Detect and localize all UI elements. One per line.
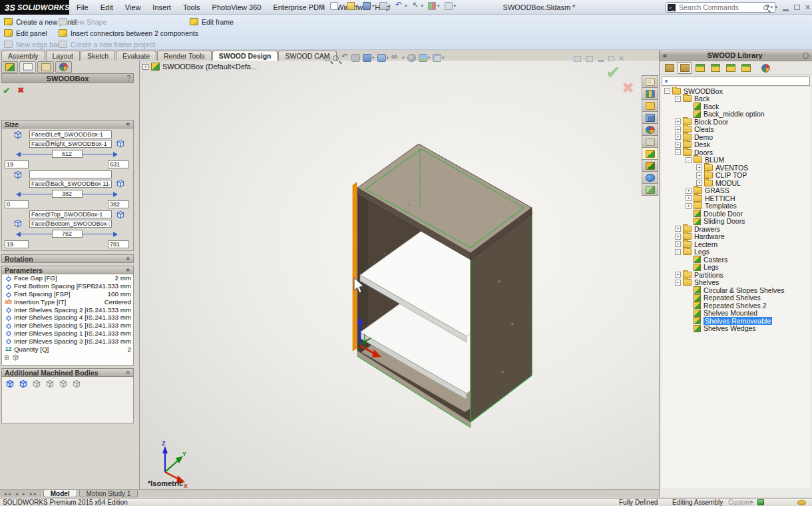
restore-button[interactable] — [794, 5, 800, 10]
tree-item-repeated-shelves-2[interactable]: Repeated Shelves 2 — [662, 302, 810, 310]
taskpane-tab-file-explorer[interactable] — [642, 99, 658, 112]
headsup-hide-show-items-icon[interactable]: ▾ — [391, 54, 405, 62]
library-panel-3-icon[interactable] — [723, 62, 737, 74]
help-caret-icon[interactable]: ▾ — [775, 5, 777, 10]
pin-icon[interactable] — [801, 51, 810, 60]
menu-insert[interactable]: Insert — [146, 3, 177, 11]
minimize-button[interactable] — [783, 9, 789, 11]
expand-icon[interactable]: + — [696, 172, 702, 178]
tab-model[interactable]: Model — [43, 490, 77, 497]
machined-body-cube-icon[interactable] — [71, 379, 82, 389]
tab-swood-design[interactable]: SWOOD Design — [212, 51, 278, 61]
library-materials-icon[interactable] — [759, 62, 773, 74]
menu-tools[interactable]: Tools — [177, 3, 206, 11]
expand-icon[interactable]: + — [686, 188, 692, 194]
tree-item-shelves[interactable]: −Shelves — [662, 279, 810, 287]
tree-item-repeated-shelves[interactable]: Repeated Shelves — [662, 294, 810, 302]
collapse-icon[interactable]: − — [675, 249, 681, 255]
tree-item-legs[interactable]: −Legs — [662, 248, 810, 256]
section-machined-header[interactable]: Additional Machined Bodies « — [1, 368, 134, 377]
headsup-edit-appearance-icon[interactable] — [407, 54, 416, 62]
parameter-row[interactable]: First Bottom Spacing [FSPB]241.333 mm — [2, 282, 133, 290]
face-reference-field[interactable] — [29, 170, 112, 178]
parameter-row[interactable]: Inter Shelves Spacing 2 [IS...241.333 mm — [2, 306, 133, 314]
confirm-ok-icon[interactable]: ✔ — [606, 62, 621, 83]
max-value[interactable] — [108, 200, 129, 208]
dimension-value[interactable] — [52, 230, 83, 238]
max-value[interactable] — [108, 160, 129, 168]
viewport-minimize-button[interactable] — [598, 60, 604, 62]
menu-edit[interactable]: Edit — [95, 3, 119, 11]
expand-icon[interactable]: + — [696, 180, 702, 186]
parameter-row[interactable]: 12Quantity [Q]2 — [2, 345, 133, 353]
menu-file[interactable]: File — [71, 3, 95, 11]
swood-tool-insert-connectors-between-2-components[interactable]: Insert connectors between 2 components — [59, 27, 198, 39]
tab-display-pane[interactable] — [55, 61, 72, 73]
expand-icon[interactable]: + — [675, 119, 681, 125]
add-parameter-row[interactable]: ⊞ — [2, 353, 133, 362]
expand-icon[interactable]: + — [686, 203, 692, 209]
confirm-cancel-icon[interactable]: ✖ — [622, 79, 634, 97]
expand-icon[interactable]: + — [675, 241, 681, 247]
machined-body-cube-icon[interactable] — [31, 379, 42, 389]
close-button[interactable]: × — [805, 3, 810, 12]
ok-button[interactable]: ✔ — [3, 85, 11, 96]
tab-sketch[interactable]: Sketch — [81, 51, 115, 61]
toolbar-open-icon[interactable]: ▾ — [347, 2, 359, 10]
parameter-row[interactable]: Inter Shleves Spacing 3 [IS...241.333 mm — [2, 337, 133, 345]
parameter-row[interactable]: abInsertion Type [IT]Centered — [2, 298, 133, 306]
tree-item-back[interactable]: Back — [662, 103, 810, 111]
face-reference-field[interactable] — [29, 140, 112, 148]
collapse-icon[interactable]: − — [664, 88, 670, 94]
toolbar-new-icon[interactable]: ▾ — [330, 2, 342, 10]
parameter-row[interactable]: Inter Shelves Spacing 4 [IS...241.333 mm — [2, 314, 133, 322]
expand-icon[interactable]: + — [675, 134, 681, 140]
tree-item-doors[interactable]: −Doors — [662, 148, 810, 156]
expand-icon[interactable]: + — [686, 195, 692, 201]
expand-icon[interactable]: + — [675, 142, 681, 148]
headsup-apply-scene-icon[interactable]: ▾ — [419, 54, 431, 62]
taskpane-tab-view-palette[interactable] — [642, 111, 658, 124]
tree-item-shelves-removeable[interactable]: Shelves Removeable — [662, 317, 810, 325]
toolbar-print-icon[interactable]: ▾ — [379, 2, 391, 10]
headsup-previous-view-icon[interactable] — [341, 54, 349, 62]
min-value[interactable] — [5, 200, 29, 208]
toolbar-select-icon[interactable]: ▾ — [412, 2, 424, 10]
expand-icon[interactable]: + — [675, 272, 681, 278]
plus-box-icon[interactable]: ⊞ — [4, 354, 9, 361]
tab-motion-study[interactable]: Motion Study 1 — [79, 490, 138, 497]
tree-item-back[interactable]: −Back — [662, 95, 810, 103]
tab-layout[interactable]: Layout — [46, 51, 81, 61]
filter-input[interactable] — [670, 77, 808, 86]
section-size-header[interactable]: Size « — [1, 120, 134, 128]
menu-view[interactable]: View — [119, 3, 147, 11]
dimension-value[interactable] — [52, 150, 83, 158]
swood-tool-edit-panel[interactable]: Edit panel — [4, 27, 47, 39]
toolbar-save-icon[interactable]: ▾ — [363, 2, 375, 10]
selected-edge[interactable] — [353, 182, 357, 351]
status-quick-tip-icon[interactable] — [757, 499, 764, 505]
search-commands[interactable]: >_ ▾ — [666, 2, 775, 13]
machined-body-cube-icon[interactable] — [18, 379, 29, 389]
taskpane-tab-swood-reports[interactable] — [642, 159, 658, 172]
tab-evaluate[interactable]: Evaluate — [116, 51, 156, 61]
graphics-viewport[interactable]: + SWOODBox (Default<Defa... — [140, 61, 659, 489]
taskpane-tab-appearances-scenes[interactable] — [642, 123, 658, 136]
headsup-view-orientation-icon[interactable]: ▾ — [363, 54, 375, 62]
tree-item-blum[interactable]: −BLUM — [662, 156, 810, 164]
tab-assembly[interactable]: Assembly — [1, 51, 45, 61]
max-value[interactable] — [108, 240, 129, 248]
tile-vertical-icon[interactable] — [586, 56, 593, 62]
tree-item-hettich[interactable]: +HETTICH — [662, 194, 810, 202]
min-value[interactable] — [5, 240, 29, 248]
next-sheet-icon[interactable]: ► — [21, 492, 27, 496]
face-reference-field[interactable] — [29, 130, 112, 138]
library-filter[interactable]: ▼ — [662, 77, 810, 86]
library-panel-1-icon[interactable] — [693, 62, 707, 74]
tree-item-casters[interactable]: Casters — [662, 256, 810, 264]
collapse-pane-icon[interactable]: « — [663, 51, 667, 59]
taskpane-tab-swood-panels[interactable] — [642, 183, 658, 196]
parameter-row[interactable]: Fisrt Spacing [FSP]100 mm — [2, 290, 133, 298]
prev-sheet-icon[interactable]: ◄ — [13, 492, 20, 496]
tree-item-aventos[interactable]: +AVENTOS — [662, 164, 810, 172]
